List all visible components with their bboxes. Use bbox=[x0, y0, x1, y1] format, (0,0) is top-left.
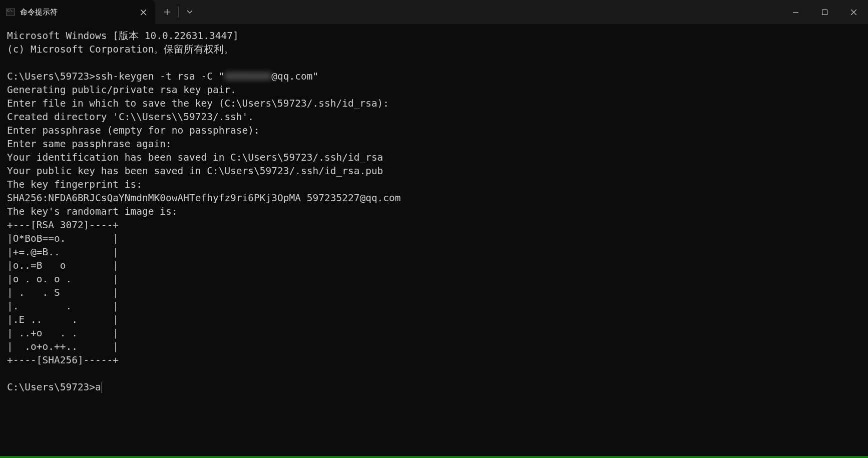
terminal-line: Your public key has been saved in C:\Use… bbox=[7, 164, 861, 178]
titlebar: 命令提示符 bbox=[0, 0, 868, 24]
terminal-line: |. . | bbox=[7, 299, 861, 313]
tab-close-button[interactable] bbox=[137, 6, 149, 18]
close-icon bbox=[141, 10, 146, 15]
close-icon bbox=[851, 10, 856, 15]
terminal-tab[interactable]: 命令提示符 bbox=[0, 0, 155, 24]
terminal-line: | ..+o . . | bbox=[7, 326, 861, 340]
terminal-line: SHA256:NFDA6BRJCsQaYNmdnMK0owAHTefhyfz9r… bbox=[7, 191, 861, 205]
terminal-output[interactable]: Microsoft Windows [版本 10.0.22631.3447](c… bbox=[0, 24, 868, 399]
terminal-line: Enter passphrase (empty for no passphras… bbox=[7, 124, 861, 137]
plus-icon bbox=[164, 9, 170, 15]
terminal-line: |.E .. . | bbox=[7, 313, 861, 326]
terminal-line: Microsoft Windows [版本 10.0.22631.3447] bbox=[7, 29, 861, 43]
terminal-line: Your identification has been saved in C:… bbox=[7, 151, 861, 164]
chevron-down-icon bbox=[187, 10, 193, 14]
maximize-icon bbox=[822, 10, 827, 15]
terminal-line bbox=[7, 367, 861, 380]
terminal-line: The key fingerprint is: bbox=[7, 178, 861, 191]
tab-actions bbox=[155, 0, 200, 24]
minimize-button[interactable] bbox=[781, 0, 810, 24]
terminal-line: The key's randomart image is: bbox=[7, 205, 861, 218]
terminal-line bbox=[7, 56, 861, 70]
terminal-line: +---[RSA 3072]----+ bbox=[7, 218, 861, 232]
minimize-icon bbox=[793, 10, 798, 15]
terminal-line: Enter file in which to save the key (C:\… bbox=[7, 97, 861, 110]
terminal-line: C:\Users\59723>a bbox=[7, 380, 861, 394]
terminal-line: | . . S | bbox=[7, 286, 861, 299]
close-window-button[interactable] bbox=[839, 0, 868, 24]
tab-title: 命令提示符 bbox=[20, 8, 132, 17]
titlebar-drag-area[interactable] bbox=[200, 0, 781, 24]
terminal-line: +----[SHA256]-----+ bbox=[7, 353, 861, 367]
terminal-line: | .o+o.++.. | bbox=[7, 340, 861, 353]
terminal-line: Enter same passphrase again: bbox=[7, 137, 861, 151]
redacted-text: XXXXXXXX bbox=[224, 70, 271, 83]
terminal-line: C:\Users\59723>ssh-keygen -t rsa -C "XXX… bbox=[7, 70, 861, 83]
terminal-line: |+=.@=B.. | bbox=[7, 245, 861, 259]
svg-rect-0 bbox=[822, 10, 827, 15]
terminal-line: |o . o. o . | bbox=[7, 272, 861, 286]
terminal-line: |o..=B o | bbox=[7, 259, 861, 272]
cursor bbox=[102, 382, 102, 393]
cmd-icon bbox=[6, 9, 15, 16]
window-controls bbox=[781, 0, 868, 24]
terminal-line: |O*BoB==o. | bbox=[7, 232, 861, 245]
new-tab-button[interactable] bbox=[157, 0, 177, 24]
terminal-line: (c) Microsoft Corporation。保留所有权利。 bbox=[7, 43, 861, 56]
divider bbox=[178, 7, 179, 18]
terminal-line: Created directory 'C:\\Users\\59723/.ssh… bbox=[7, 110, 861, 124]
maximize-button[interactable] bbox=[810, 0, 839, 24]
terminal-line: Generating public/private rsa key pair. bbox=[7, 83, 861, 97]
tab-dropdown-button[interactable] bbox=[180, 0, 200, 24]
accent-bar bbox=[0, 456, 868, 458]
